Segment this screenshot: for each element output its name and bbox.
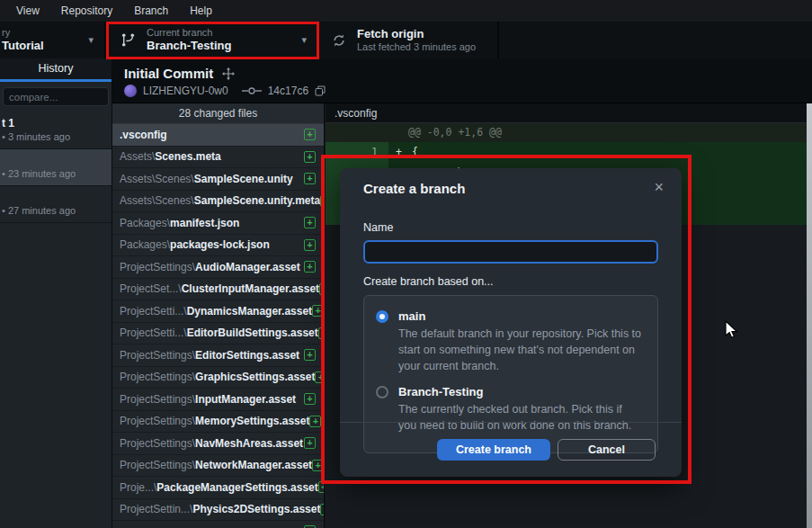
cancel-button[interactable]: Cancel	[558, 439, 656, 461]
branch-option-main[interactable]: mainThe default branch in your repositor…	[376, 309, 643, 374]
file-path: ProjectSettings\	[120, 349, 195, 362]
chevron-down-icon: ▾	[301, 34, 307, 46]
current-branch-button[interactable]: Current branch Branch-Testing ▾	[106, 22, 319, 58]
commit-item-title	[2, 191, 108, 205]
history-commit-item[interactable]: • 27 minutes ago	[0, 186, 112, 223]
app-window: ViewRepositoryBranchHelp ry Tutorial ▾ C…	[0, 0, 812, 528]
file-row[interactable]: ProjectSettin...\Physics2DSettings.asset…	[112, 499, 324, 522]
added-icon: +	[318, 327, 324, 339]
fetch-origin-button[interactable]: Fetch origin Last fetched 3 minutes ago	[319, 22, 499, 58]
file-name: InputManager.asset	[195, 393, 296, 406]
history-commit-item[interactable]: • 23 minutes ago	[0, 149, 112, 186]
file-row[interactable]: Assets\Scenes\SampleScene.unity.meta+	[112, 191, 324, 213]
added-icon: +	[312, 305, 324, 317]
file-path: ProjectSettings\	[120, 371, 195, 383]
file-name: manifest.json	[170, 217, 239, 229]
tab-history[interactable]: History	[0, 58, 112, 82]
file-list-body: .vsconfig+Assets\Scenes.meta+Assets\Scen…	[112, 124, 324, 528]
diff-file-name: .vsconfig	[326, 103, 812, 123]
diff-line-code: +{	[388, 142, 812, 163]
dialog-footer: Create branch Cancel	[340, 422, 682, 477]
file-row[interactable]: ProjectSetti...\EditorBuildSettings.asse…	[112, 323, 324, 345]
file-path: Proje...\	[120, 481, 156, 494]
avatar	[124, 85, 137, 97]
added-icon: +	[312, 460, 324, 471]
added-icon: +	[304, 151, 316, 163]
branch-option-name: main	[398, 309, 643, 323]
changed-files-panel: 28 changed files .vsconfig+Assets\Scenes…	[112, 103, 325, 528]
diff-scrollbar[interactable]	[807, 103, 812, 528]
added-icon: +	[304, 173, 316, 184]
added-icon: +	[304, 261, 316, 273]
file-name: ClusterInputManager.asset	[182, 282, 319, 295]
file-name: .vsconfig	[120, 129, 167, 141]
file-name: Scenes.meta	[155, 150, 220, 163]
current-branch-label: Current branch	[147, 27, 231, 40]
file-name: SampleScene.unity	[194, 173, 293, 185]
file-name: EditorSettings.asset	[195, 349, 299, 362]
file-row[interactable]: Assets\Scenes.meta+	[112, 147, 324, 169]
radio-button-icon[interactable]	[376, 386, 388, 398]
current-repository-button[interactable]: ry Tutorial ▾	[0, 22, 106, 58]
file-path: ProjectSettings\	[120, 437, 195, 450]
file-row-partial[interactable]: +	[112, 521, 324, 528]
added-icon: +	[320, 195, 324, 207]
menu-item-help[interactable]: Help	[179, 0, 223, 22]
commit-item-meta: • 3 minutes ago	[2, 131, 108, 142]
toolbar: ry Tutorial ▾ Current branch Branch-Test…	[0, 22, 812, 58]
branch-icon	[120, 32, 136, 48]
commit-item-title: t 1	[2, 117, 108, 131]
file-path: ProjectSettin...\	[120, 503, 192, 515]
commit-sha: 14c17c6	[268, 85, 308, 97]
commit-item-meta: • 23 minutes ago	[2, 168, 108, 179]
copy-icon[interactable]	[315, 85, 326, 96]
move-icon[interactable]	[222, 67, 235, 80]
file-row[interactable]: .vsconfig+	[112, 124, 324, 147]
current-repository-label: ry	[2, 27, 44, 40]
file-row[interactable]: ProjectSettings\EditorSettings.asset+	[112, 345, 324, 367]
added-icon: +	[304, 349, 316, 361]
added-icon: +	[320, 504, 324, 515]
file-path: Packages\	[120, 238, 170, 251]
history-commit-item[interactable]: t 1• 3 minutes ago	[0, 112, 112, 149]
close-icon[interactable]: ×	[654, 179, 664, 195]
file-row[interactable]: ProjectSetti...\DynamicsManager.asset+	[112, 300, 324, 323]
file-row[interactable]: ProjectSet...\ClusterInputManager.asset+	[112, 279, 324, 301]
diff-line-number: 1	[326, 142, 388, 163]
file-row[interactable]: Packages\manifest.json+	[112, 212, 324, 235]
file-row[interactable]: ProjectSettings\GraphicsSettings.asset+	[112, 367, 324, 389]
file-name: SampleScene.unity.meta	[194, 194, 321, 207]
file-path: Packages\	[120, 217, 170, 229]
menu-item-branch[interactable]: Branch	[123, 0, 179, 22]
file-row[interactable]: ProjectSettings\AudioManager.asset+	[112, 256, 324, 279]
file-row[interactable]: Proje...\PackageManagerSettings.asset+	[112, 477, 324, 499]
file-name: GraphicsSettings.asset	[195, 371, 315, 383]
file-name: packages-lock.json	[170, 238, 270, 251]
file-row[interactable]: Packages\packages-lock.json+	[112, 235, 324, 257]
file-path: ProjectSettings\	[120, 261, 195, 273]
added-icon: +	[304, 393, 316, 405]
added-icon: +	[304, 437, 316, 449]
create-branch-button[interactable]: Create branch	[437, 439, 550, 461]
fetch-origin-sublabel: Last fetched 3 minutes ago	[357, 41, 476, 54]
commit-item-title	[2, 154, 108, 168]
file-row[interactable]: ProjectSettings\NavMeshAreas.asset+	[112, 433, 324, 455]
menu-item-repository[interactable]: Repository	[50, 0, 123, 22]
file-path: ProjectSettings\	[120, 415, 195, 427]
branch-name-input[interactable]	[363, 240, 658, 264]
branch-option-text: mainThe default branch in your repositor…	[398, 309, 643, 374]
file-row[interactable]: ProjectSettings\NetworkManager.asset+	[112, 455, 324, 478]
commit-list: t 1• 3 minutes ago• 23 minutes ago• 27 m…	[0, 112, 112, 223]
dialog-title: Create a branch	[363, 181, 658, 196]
compare-branch-input[interactable]	[3, 87, 109, 106]
compare-box-wrap	[0, 82, 112, 112]
file-row[interactable]: ProjectSettings\MemorySettings.asset+	[112, 411, 324, 434]
radio-button-icon[interactable]	[376, 310, 388, 323]
added-icon: +	[318, 481, 324, 493]
branch-option-description: The default branch in your repository. P…	[398, 327, 643, 374]
menu-item-view[interactable]: View	[5, 0, 50, 22]
file-row[interactable]: Assets\Scenes\SampleScene.unity+	[112, 168, 324, 191]
file-row[interactable]: ProjectSettings\InputManager.asset+	[112, 389, 324, 411]
file-path: ProjectSettings\	[120, 459, 195, 471]
sync-icon	[332, 33, 346, 48]
